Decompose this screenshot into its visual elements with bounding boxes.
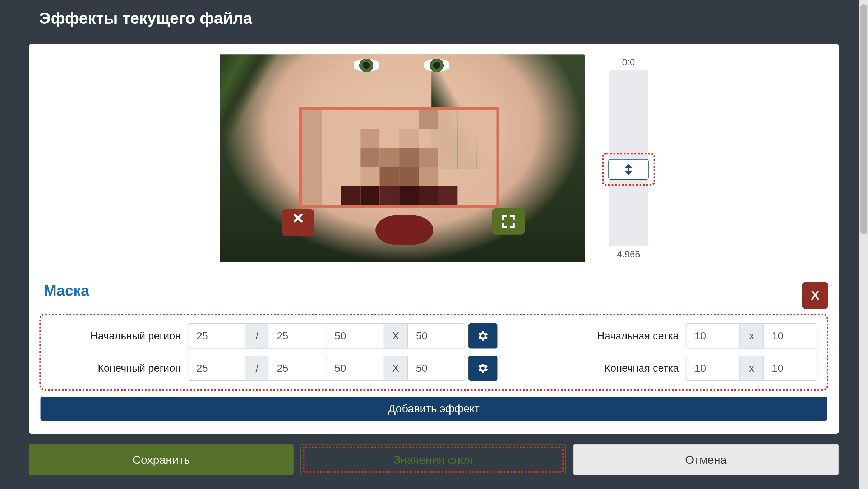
separator-x-lower: x	[740, 323, 763, 349]
end-grid-row: Конечная сетка x	[521, 356, 818, 381]
start-region-w-input[interactable]	[327, 323, 384, 349]
scrollbar-thumb[interactable]	[860, 4, 867, 234]
start-grid-label: Начальная сетка	[552, 330, 686, 342]
end-region-y-input[interactable]	[269, 356, 327, 381]
face-eye-left	[352, 59, 380, 72]
gear-icon	[477, 330, 489, 342]
mask-selection-box[interactable]	[299, 107, 499, 208]
time-slider-handle[interactable]	[608, 159, 649, 180]
add-effect-button[interactable]: Добавить эффект	[41, 397, 827, 421]
gear-icon	[477, 362, 489, 374]
separator-slash: /	[245, 356, 268, 381]
slider-top-label: 0:0	[622, 54, 635, 70]
time-slider-track[interactable]	[609, 70, 648, 246]
start-region-label: Начальный регион	[50, 330, 188, 342]
delete-selection-button[interactable]	[282, 209, 314, 236]
face-eye-right	[423, 59, 451, 72]
end-grid-cols-input[interactable]	[686, 356, 740, 381]
start-region-x-input[interactable]	[188, 323, 246, 349]
separator-x-lower: x	[740, 356, 763, 381]
expand-selection-button[interactable]	[492, 208, 525, 235]
effects-panel: 0:0 4.966 Маска X Начальный регион	[29, 44, 839, 434]
end-region-row: Конечный регион / X	[50, 356, 498, 381]
close-icon	[292, 217, 304, 228]
mask-section-title: Маска	[39, 282, 89, 300]
expand-icon	[502, 215, 514, 228]
start-grid-cols-input[interactable]	[686, 323, 740, 349]
vertical-scrollbar[interactable]	[859, 0, 868, 489]
end-grid-label: Конечная сетка	[552, 362, 686, 374]
mask-form-area: Начальный регион / X Начальная сетка	[39, 314, 828, 391]
remove-mask-button[interactable]: X	[802, 282, 828, 309]
start-region-h-input[interactable]	[407, 323, 465, 349]
separator-slash: /	[245, 323, 268, 349]
slider-handle-highlight	[602, 153, 655, 186]
save-button[interactable]: Сохранить	[29, 444, 293, 475]
start-grid-rows-input[interactable]	[763, 323, 817, 349]
end-region-settings-button[interactable]	[468, 356, 497, 381]
footer-buttons: Сохранить Значения слоя Отмена	[29, 444, 839, 475]
start-region-row: Начальный регион / X	[50, 323, 498, 349]
time-slider-column: 0:0 4.966	[609, 54, 648, 262]
separator-x: X	[384, 323, 407, 349]
end-region-x-input[interactable]	[188, 356, 246, 381]
preview-area	[220, 54, 585, 262]
end-grid-rows-input[interactable]	[763, 356, 817, 381]
page-title: Эффекты текущего файла	[0, 0, 868, 28]
end-region-label: Конечный регион	[50, 362, 188, 374]
arrows-vertical-icon	[625, 164, 632, 175]
cancel-button[interactable]: Отмена	[573, 444, 839, 475]
separator-x: X	[384, 356, 407, 381]
layer-values-button[interactable]: Значения слоя	[300, 444, 566, 475]
slider-bottom-label: 4.966	[617, 246, 640, 262]
end-region-w-input[interactable]	[327, 356, 384, 381]
preview-image[interactable]	[220, 54, 585, 262]
start-region-y-input[interactable]	[269, 323, 327, 349]
start-region-settings-button[interactable]	[468, 323, 497, 349]
end-region-h-input[interactable]	[407, 356, 465, 381]
start-grid-row: Начальная сетка x	[521, 323, 818, 349]
face-lips	[375, 215, 433, 245]
